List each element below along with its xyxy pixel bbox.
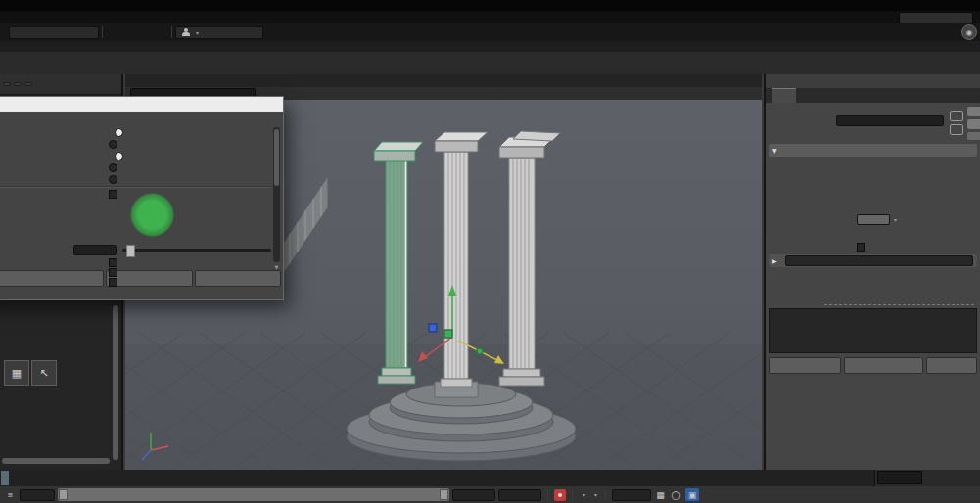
number-of-copies-field[interactable] [73, 245, 117, 255]
mute-icon[interactable]: ◯ [670, 488, 682, 501]
minimize-button[interactable] [212, 97, 236, 112]
main-menu-bar [0, 11, 980, 23]
chevron-down-icon: ▾ [583, 491, 585, 498]
assign-unique-name-checkbox[interactable] [109, 278, 117, 287]
range-start-handle[interactable] [59, 489, 68, 500]
character-set-dropdown[interactable]: ▾ [579, 491, 587, 498]
shelf-tab-bar [0, 41, 980, 52]
z-handle-icon [429, 324, 437, 332]
dialog-scrollbar[interactable] [273, 127, 280, 262]
parent-radio[interactable] [115, 152, 123, 160]
outliner-menu-display[interactable] [3, 82, 11, 86]
chevron-down-icon: ▾ [196, 27, 199, 38]
node-name-row [766, 103, 980, 142]
playback-start-field[interactable] [20, 489, 55, 501]
chevron-down-icon: ▾ [594, 491, 597, 498]
panel-menu-bar [125, 74, 762, 87]
pin-button[interactable] [950, 111, 963, 121]
attribute-editor-buttons [769, 357, 977, 374]
fps-dropdown[interactable] [612, 489, 651, 501]
inherits-transform-row [769, 241, 977, 252]
outliner-menu-bar [0, 74, 121, 95]
current-frame-field[interactable] [877, 471, 922, 484]
dialog-buttons [0, 268, 283, 285]
number-of-copies-slider[interactable] [122, 249, 271, 252]
notes-textarea[interactable] [769, 308, 977, 353]
rotate-order-row: ▾ [769, 213, 977, 225]
scale-row [769, 186, 977, 198]
presets-button[interactable] [950, 124, 963, 135]
inherits-transform-checkbox[interactable] [857, 243, 865, 252]
attribute-editor-tab-bar [766, 88, 980, 103]
duplicate-special-button[interactable] [0, 270, 104, 287]
y-handle-icon [444, 330, 452, 338]
shelf [0, 52, 980, 74]
copy-tab-button[interactable] [926, 357, 977, 374]
node-tab[interactable] [772, 88, 796, 103]
rotate-row [769, 172, 977, 184]
copy-radio[interactable] [115, 128, 123, 137]
world-radio[interactable] [109, 163, 117, 172]
account-icon[interactable]: ◉ [961, 24, 977, 40]
attribute-editor-menu-bar [766, 74, 980, 88]
person-icon [182, 28, 189, 36]
animation-end-field[interactable] [498, 489, 541, 501]
dialog-body: ▼ [0, 112, 283, 268]
show-button[interactable] [967, 107, 980, 116]
notes-divider [824, 304, 974, 305]
select-button[interactable] [769, 357, 841, 374]
panel-layout-icon[interactable]: ▦ [4, 360, 29, 386]
playback-end-field[interactable] [452, 489, 495, 501]
time-slider [0, 470, 980, 486]
close-dialog-button[interactable] [195, 270, 281, 287]
chevron-down-icon: ▼ [772, 147, 777, 154]
duplicate-input-graph-checkbox[interactable] [109, 258, 117, 267]
chevron-right-icon: ▶ [772, 257, 777, 264]
range-slider[interactable] [58, 488, 449, 501]
window-titlebar [0, 0, 980, 11]
status-line: ▾ ◉ [0, 23, 980, 41]
outliner-menu-show[interactable] [14, 82, 22, 86]
smart-transform-checkbox[interactable] [109, 190, 117, 199]
offset-parent-matrix-section[interactable]: ▶ [769, 254, 977, 267]
focus-button[interactable] [967, 132, 980, 140]
current-time-marker[interactable] [1, 471, 9, 485]
pick-tool-icon[interactable]: ↖ [31, 360, 57, 386]
outliner-horizontal-scrollbar[interactable] [2, 458, 110, 464]
instance-radio[interactable] [109, 140, 117, 149]
node-name-field[interactable] [836, 115, 944, 126]
maya-application-window: ▾ ◉ ▦ ↖ [0, 0, 980, 503]
translate-row [769, 159, 977, 170]
outliner-vertical-scrollbar[interactable] [113, 305, 118, 460]
dialog-titlebar[interactable] [0, 97, 283, 112]
live-surface-field[interactable] [9, 26, 99, 39]
close-button[interactable] [259, 97, 283, 112]
scroll-down-icon[interactable]: ▼ [273, 264, 280, 270]
snap-point-icon [477, 348, 483, 354]
script-editor-icon[interactable]: ▣ [685, 488, 699, 501]
cursor-highlight [130, 193, 174, 237]
outliner-toolbox: ▦ ↖ [4, 360, 57, 386]
timeline-track[interactable] [0, 470, 875, 486]
range-slider-bar: ≡ ▾ ▾ ▦ ◯ ▣ [0, 486, 980, 503]
anim-layer-dropdown[interactable]: ▾ [590, 491, 599, 498]
playback-speed-icon[interactable]: ▦ [654, 488, 667, 501]
rotate-axis-row [769, 227, 977, 239]
shear-row [769, 200, 977, 211]
chevron-down-icon: ▾ [894, 216, 897, 223]
rotate-order-dropdown[interactable] [857, 214, 890, 225]
view-axis-icon [133, 423, 176, 466]
load-attributes-button[interactable] [844, 357, 923, 374]
auto-key-icon[interactable] [554, 489, 566, 501]
duplicate-input-connections-checkbox[interactable] [109, 268, 117, 277]
workspace-dropdown[interactable] [899, 12, 973, 23]
new-group-radio[interactable] [109, 175, 117, 184]
menu-set-dropdown[interactable]: ▾ [175, 26, 263, 39]
hide-button[interactable] [967, 119, 980, 129]
offset-matrix-field[interactable] [785, 255, 973, 266]
outliner-menu-help[interactable] [24, 82, 32, 86]
range-end-handle[interactable] [440, 489, 448, 500]
attribute-editor: ▼ ▾ [764, 74, 980, 470]
maximize-button[interactable] [236, 97, 259, 112]
transform-attributes-section[interactable]: ▼ [769, 144, 977, 157]
